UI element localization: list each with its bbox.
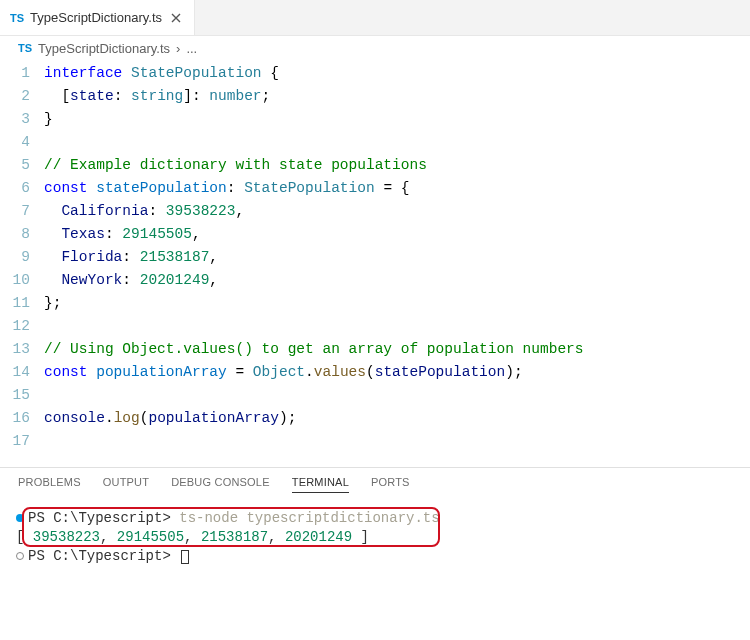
code-line[interactable]: Texas: 29145505, (44, 223, 740, 246)
line-number: 9 (0, 246, 30, 269)
tab-output[interactable]: OUTPUT (103, 476, 149, 493)
line-number: 4 (0, 131, 30, 154)
typescript-icon: TS (18, 42, 32, 54)
code-line[interactable] (44, 315, 740, 338)
line-number: 2 (0, 85, 30, 108)
code-line[interactable]: const statePopulation: StatePopulation =… (44, 177, 740, 200)
line-number: 16 (0, 407, 30, 430)
panel-tabs: PROBLEMS OUTPUT DEBUG CONSOLE TERMINAL P… (0, 468, 750, 499)
line-number: 12 (0, 315, 30, 338)
line-number: 11 (0, 292, 30, 315)
tab-problems[interactable]: PROBLEMS (18, 476, 81, 493)
code-line[interactable] (44, 131, 740, 154)
close-icon[interactable] (168, 10, 184, 26)
line-number: 1 (0, 62, 30, 85)
line-number: 6 (0, 177, 30, 200)
line-number: 14 (0, 361, 30, 384)
line-gutter: 1234567891011121314151617 (0, 62, 44, 453)
code-line[interactable]: // Using Object.values() to get an array… (44, 338, 740, 361)
code-line[interactable]: California: 39538223, (44, 200, 740, 223)
terminal-prompt: PS C:\Typescript> (28, 510, 179, 526)
terminal-command: ts-node typescriptdictionary.ts (179, 510, 439, 526)
code-line[interactable] (44, 430, 740, 453)
line-number: 15 (0, 384, 30, 407)
terminal-line: PS C:\Typescript> (16, 547, 734, 566)
code-line[interactable]: [state: string]: number; (44, 85, 740, 108)
terminal-line: PS C:\Typescript> ts-node typescriptdict… (16, 509, 734, 528)
line-number: 7 (0, 200, 30, 223)
code-content[interactable]: interface StatePopulation { [state: stri… (44, 62, 750, 453)
terminal-output: [ 39538223, 29145505, 21538187, 20201249… (16, 528, 734, 547)
terminal[interactable]: PS C:\Typescript> ts-node typescriptdict… (0, 499, 750, 574)
line-number: 5 (0, 154, 30, 177)
tab-terminal[interactable]: TERMINAL (292, 476, 349, 493)
code-line[interactable]: console.log(populationArray); (44, 407, 740, 430)
status-dot-icon (16, 552, 24, 560)
code-line[interactable]: // Example dictionary with state populat… (44, 154, 740, 177)
code-line[interactable] (44, 384, 740, 407)
code-line[interactable]: }; (44, 292, 740, 315)
code-editor[interactable]: 1234567891011121314151617 interface Stat… (0, 60, 750, 453)
code-line[interactable]: interface StatePopulation { (44, 62, 740, 85)
breadcrumb-filename: TypeScriptDictionary.ts (38, 41, 170, 56)
tab-debug-console[interactable]: DEBUG CONSOLE (171, 476, 270, 493)
code-line[interactable]: NewYork: 20201249, (44, 269, 740, 292)
line-number: 17 (0, 430, 30, 453)
terminal-prompt: PS C:\Typescript> (28, 548, 179, 564)
cursor-icon (181, 550, 189, 564)
breadcrumb-rest: ... (186, 41, 197, 56)
typescript-icon: TS (10, 12, 24, 24)
code-line[interactable]: Florida: 21538187, (44, 246, 740, 269)
tab-bar: TS TypeScriptDictionary.ts (0, 0, 750, 36)
tab-ports[interactable]: PORTS (371, 476, 410, 493)
code-line[interactable]: } (44, 108, 740, 131)
line-number: 13 (0, 338, 30, 361)
breadcrumb-separator: › (176, 41, 180, 56)
line-number: 3 (0, 108, 30, 131)
tab-filename: TypeScriptDictionary.ts (30, 10, 162, 25)
line-number: 10 (0, 269, 30, 292)
editor-tab[interactable]: TS TypeScriptDictionary.ts (0, 0, 195, 35)
bottom-panel: PROBLEMS OUTPUT DEBUG CONSOLE TERMINAL P… (0, 467, 750, 574)
breadcrumb[interactable]: TS TypeScriptDictionary.ts › ... (0, 36, 750, 60)
line-number: 8 (0, 223, 30, 246)
status-dot-icon (16, 514, 24, 522)
code-line[interactable]: const populationArray = Object.values(st… (44, 361, 740, 384)
